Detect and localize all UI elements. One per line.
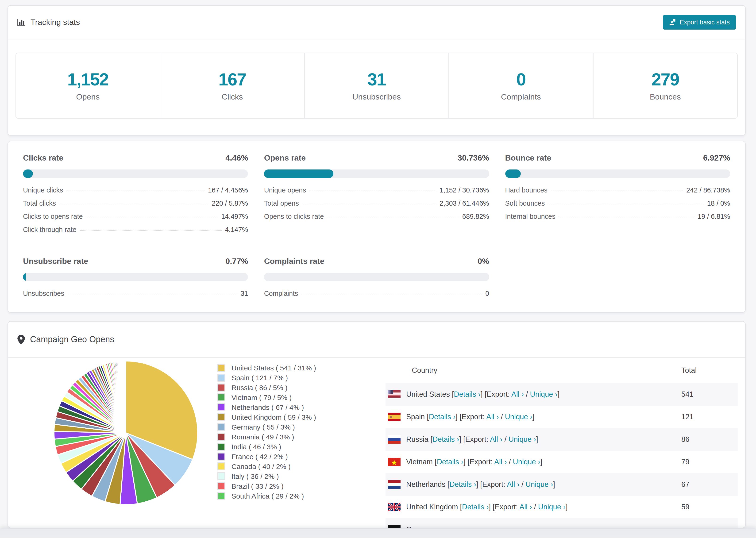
stat-row-label: Total opens [264,199,299,207]
stat-row-value: 167 / 4.456% [208,187,248,194]
stat-row-value: 220 / 5.87% [212,199,248,207]
stat-row: Internal bounces19 / 6.81% [505,213,730,226]
bracket: ] [540,458,543,466]
legend-item-romania[interactable]: Romania ( 49 / 3% ) [217,432,316,442]
country-name: Germany [406,525,436,528]
page-title: Tracking stats [17,18,80,27]
flag-gb-icon [388,503,401,511]
summary-metric-complaints: 0Complaints [449,53,593,118]
export-unique-link[interactable]: Unique › [530,390,557,398]
country-cell: Germany [406,525,681,528]
export-basic-stats-button[interactable]: Export basic stats [663,15,736,29]
link-separator: / [532,503,538,511]
bracket: ] [Export: [481,390,512,398]
export-all-link[interactable]: All › [512,390,524,398]
rate-progress-fill [264,170,333,178]
legend-item-united-kingdom[interactable]: United Kingdom ( 59 / 3% ) [217,412,316,422]
legend-item-vietnam[interactable]: Vietnam ( 79 / 5% ) [217,393,316,402]
column-header-total: Total [681,366,738,374]
pie-slice-other[interactable] [125,361,126,433]
rate-rows: Unique opens1,152 / 30.736%Total opens2,… [264,187,489,226]
legend-item-russia[interactable]: Russia ( 86 / 5% ) [217,383,316,393]
summary-label: Complaints [501,92,541,102]
legend-label: Italy ( 36 / 2% ) [232,472,279,480]
stat-row: Total opens2,303 / 61.446% [264,199,489,213]
rate-title: Bounce rate [505,153,551,163]
rate-progress-track [264,273,489,281]
export-unique-link[interactable]: Unique › [513,458,540,466]
legend-item-united-states[interactable]: United States ( 541 / 31% ) [217,363,316,373]
bracket: ] [Export: [476,480,507,488]
stat-row-label: Hard bounces [505,187,548,194]
country-cell: United States [Details ›] [Export: All ›… [406,390,681,399]
summary-value: 1,152 [67,70,108,89]
legend-swatch [217,423,225,431]
details-link[interactable]: Details › [429,413,456,421]
stat-row-label: Clicks to opens rate [23,213,83,220]
legend-item-netherlands[interactable]: Netherlands ( 67 / 4% ) [217,402,316,412]
rate-value: 6.927% [703,153,730,163]
export-unique-link[interactable]: Unique › [525,480,553,488]
export-all-link[interactable]: All › [519,503,532,511]
table-row-es: Spain [Details ›] [Export: All › / Uniqu… [386,405,738,428]
export-all-link[interactable]: All › [490,435,503,443]
rate-block-opens-rate: Opens rate30.736%Unique opens1,152 / 30.… [264,153,489,239]
bracket: ] [Export: [456,413,486,421]
bracket: ] [566,503,568,511]
link-separator: / [519,480,526,488]
stat-row: Unique opens1,152 / 30.736% [264,187,489,199]
export-unique-link[interactable]: Unique › [509,435,536,443]
stat-row: Complaints0 [264,290,489,303]
details-link[interactable]: Details › [432,435,459,443]
legend-item-germany[interactable]: Germany ( 55 / 3% ) [217,422,316,432]
pie-legend: United States ( 541 / 31% )Spain ( 121 /… [217,363,316,501]
details-link[interactable]: Details › [454,390,481,398]
legend-swatch [217,492,225,500]
legend-label: Vietnam ( 79 / 5% ) [232,394,292,402]
legend-item-india[interactable]: India ( 46 / 3% ) [217,442,316,452]
bottom-scrollbar-track[interactable] [0,529,756,538]
details-link[interactable]: Details › [437,458,463,466]
legend-swatch [217,403,225,411]
rate-header: Bounce rate6.927% [505,153,730,163]
rate-rows: Hard bounces242 / 86.738%Soft bounces18 … [505,187,730,226]
rates-card: Clicks rate4.46%Unique clicks167 / 4.456… [8,141,746,313]
details-link[interactable]: Details › [462,503,489,511]
geo-table-header: Country Total [386,357,738,383]
legend-swatch [217,364,225,372]
legend-label: Netherlands ( 67 / 4% ) [232,403,304,411]
stat-row: Soft bounces18 / 0% [505,199,730,213]
stat-row-value: 689.82% [462,213,489,220]
total-cell: 67 [681,480,738,489]
dashboard-viewport: Tracking stats Export basic stats 1,152O… [0,0,756,538]
link-separator: / [524,390,530,398]
stat-row-label: Complaints [264,290,298,297]
export-unique-link[interactable]: Unique › [538,503,566,511]
rate-block-complaints-rate: Complaints rate0%Complaints0 [264,257,489,303]
rate-title: Unsubscribe rate [23,257,88,266]
export-all-link[interactable]: All › [507,480,519,488]
legend-item-spain[interactable]: Spain ( 121 / 7% ) [217,373,316,383]
details-link[interactable]: Details › [449,480,476,488]
legend-item-italy[interactable]: Italy ( 36 / 2% ) [217,471,316,481]
legend-swatch [217,433,225,441]
stat-row-value: 4.147% [225,226,248,233]
bracket: ] [553,480,555,488]
legend-item-france[interactable]: France ( 42 / 2% ) [217,452,316,461]
dotted-leader [309,190,436,191]
stat-row-label: Soft bounces [505,199,545,207]
column-header-country: Country [386,366,681,374]
legend-item-south-africa[interactable]: South Africa ( 29 / 2% ) [217,491,316,501]
legend-item-canada[interactable]: Canada ( 40 / 2% ) [217,461,316,471]
tracking-stats-header: Tracking stats Export basic stats [8,6,745,39]
export-unique-link[interactable]: Unique › [505,413,532,421]
rate-header: Unsubscribe rate0.77% [23,257,248,266]
export-all-link[interactable]: All › [486,413,499,421]
stat-row: Total clicks220 / 5.87% [23,199,248,213]
bracket: [ [460,503,462,511]
rate-block-unsubscribe-rate: Unsubscribe rate0.77%Unsubscribes31 [23,257,248,303]
legend-item-brazil[interactable]: Brazil ( 33 / 2% ) [217,481,316,491]
tracking-stats-card: Tracking stats Export basic stats 1,152O… [8,5,746,136]
flag-es-icon [388,413,401,421]
export-all-link[interactable]: All › [494,458,507,466]
